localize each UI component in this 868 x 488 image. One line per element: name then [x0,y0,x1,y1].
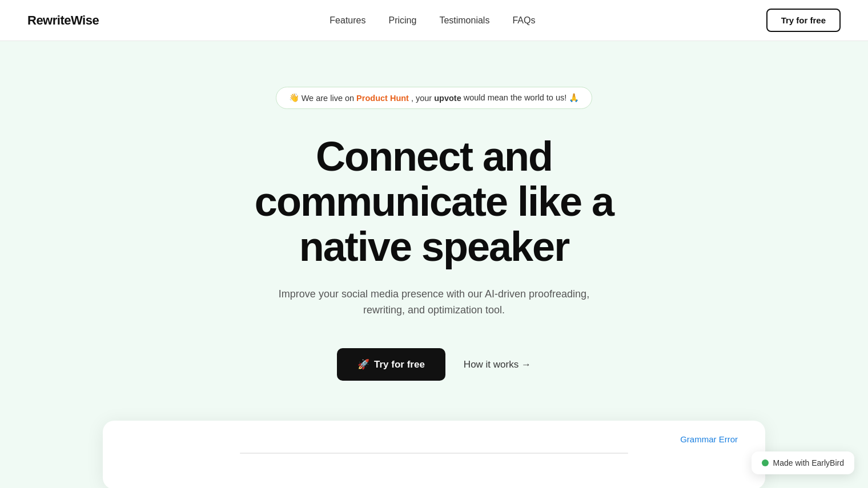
rocket-emoji: 🚀 [357,358,369,370]
banner-text-middle: , your [411,94,432,103]
demo-card-wrapper: Grammar Error [103,421,765,488]
demo-card-divider [240,453,628,454]
nav-link-features[interactable]: Features [329,15,365,26]
hero-title: Connect and communicate like a native sp… [200,134,668,270]
logo: RewriteWise [27,13,99,28]
earlybird-dot [762,459,769,466]
banner-text-after: would mean the world to us! 🙏 [464,93,580,103]
upvote-label: upvote [434,94,461,103]
nav-link-faqs[interactable]: FAQs [512,15,535,26]
grammar-error-label: Grammar Error [680,434,738,444]
navbar: RewriteWise Features Pricing Testimonial… [0,0,868,41]
wave-emoji: 👋 [289,93,299,103]
hero-section: 👋 We are live on Product Hunt , your upv… [0,41,868,488]
banner-text-before: We are live on [302,94,354,103]
earlybird-label: Made with EarlyBird [773,458,845,467]
product-hunt-banner[interactable]: 👋 We are live on Product Hunt , your upv… [276,87,593,109]
nav-link-testimonials[interactable]: Testimonials [439,15,489,26]
nav-try-free-button[interactable]: Try for free [766,9,841,32]
hero-subtitle: Improve your social media presence with … [274,286,594,319]
product-hunt-link[interactable]: Product Hunt [356,94,409,103]
hero-try-free-button[interactable]: 🚀 Try for free [337,348,445,381]
nav-links: Features Pricing Testimonials FAQs [329,15,535,26]
hero-buttons: 🚀 Try for free How it works → [337,348,531,381]
demo-card: Grammar Error [103,421,765,488]
hero-cta-label: Try for free [374,359,425,370]
earlybird-badge[interactable]: Made with EarlyBird [752,451,855,474]
how-it-works-button[interactable]: How it works → [464,359,531,370]
nav-link-pricing[interactable]: Pricing [388,15,416,26]
